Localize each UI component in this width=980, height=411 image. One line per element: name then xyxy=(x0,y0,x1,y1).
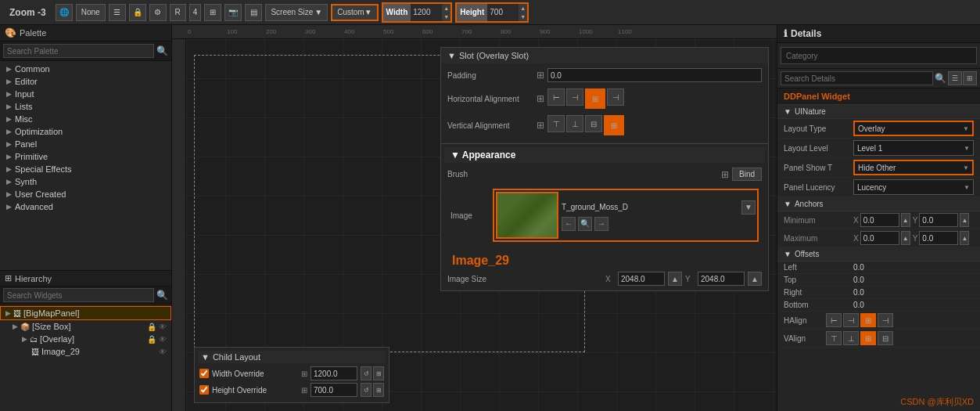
details-search-icon[interactable]: 🔍 xyxy=(935,73,946,84)
image29-eye-icon[interactable]: 👁 xyxy=(159,348,167,356)
custom-dropdown[interactable]: Custom ▼ xyxy=(331,4,378,21)
move-btn[interactable]: ☰ xyxy=(109,4,126,21)
palette-category-primitive[interactable]: ▶ Primitive xyxy=(0,150,171,163)
palette-search-icon[interactable]: 🔍 xyxy=(156,45,168,56)
image-size-y-input[interactable] xyxy=(698,272,745,286)
valign-fill-btn[interactable]: ⊞ xyxy=(860,331,876,345)
min-y-input[interactable] xyxy=(919,213,958,227)
v-align-reset-icon[interactable]: ⊞ xyxy=(537,120,544,131)
texture-dropdown-btn[interactable]: ▼ xyxy=(741,200,756,215)
offsets-section[interactable]: ▼ Offsets xyxy=(777,247,980,261)
v-align-bottom-btn[interactable]: ⊞ xyxy=(605,117,623,134)
panel-lucency-dropdown[interactable]: Lucency ▼ xyxy=(853,179,974,195)
min-x-input[interactable] xyxy=(860,213,899,227)
y-expand-btn[interactable]: ▲ xyxy=(748,272,762,286)
palette-category-lists[interactable]: ▶ Lists xyxy=(0,100,171,113)
halign-left-btn[interactable]: ⊢ xyxy=(826,313,842,327)
min-y-arr[interactable]: ▲ xyxy=(960,213,969,227)
hierarchy-search-input[interactable] xyxy=(3,288,154,302)
height-reset-btn[interactable]: ↺ xyxy=(361,383,372,397)
bind-btn[interactable]: Bind xyxy=(732,168,762,181)
x-expand-btn[interactable]: ▲ xyxy=(668,272,682,286)
details-search-input[interactable] xyxy=(781,71,933,85)
padding-reset-icon[interactable]: ⊞ xyxy=(537,70,544,81)
h-align-fill-btn[interactable]: ⊞ xyxy=(587,90,604,107)
lock-btn[interactable]: 🔒 xyxy=(129,4,146,21)
image-back-btn[interactable]: ← xyxy=(562,217,576,231)
palette-category-special-effects[interactable]: ▶ Special Effects xyxy=(0,163,171,175)
valign-top-btn[interactable]: ⊤ xyxy=(826,331,842,345)
h-align-reset-icon[interactable]: ⊞ xyxy=(537,93,544,104)
width-up-arrow[interactable]: ▲ xyxy=(442,4,451,13)
v-align-center-btn[interactable]: ⊥ xyxy=(566,115,583,132)
none-btn[interactable]: None xyxy=(76,4,106,21)
overlay-eye-icon[interactable]: 👁 xyxy=(159,335,167,344)
palette-category-advanced[interactable]: ▶ Advanced xyxy=(0,200,171,213)
halign-fill-btn[interactable]: ⊞ xyxy=(860,313,876,327)
hierarchy-search-icon[interactable]: 🔍 xyxy=(156,290,168,301)
palette-category-user-created[interactable]: ▶ User Created xyxy=(0,188,171,200)
height-override-input[interactable] xyxy=(311,383,357,397)
palette-category-misc[interactable]: ▶ Misc xyxy=(0,113,171,125)
palette-category-optimization[interactable]: ▶ Optimization xyxy=(0,125,171,138)
details-grid-view-btn[interactable]: ⊞ xyxy=(963,71,977,85)
details-list-view-btn[interactable]: ☰ xyxy=(948,71,962,85)
max-y-arr[interactable]: ▲ xyxy=(960,231,969,245)
v-align-fill-btn[interactable]: ⊟ xyxy=(585,115,602,132)
image-forward-btn[interactable]: → xyxy=(594,217,608,231)
halign-right-btn[interactable]: ⊣ xyxy=(878,313,893,327)
globe-icon-btn[interactable]: 🌐 xyxy=(56,4,73,21)
camera-btn[interactable]: 📷 xyxy=(224,4,242,21)
image-search-btn[interactable]: 🔍 xyxy=(578,217,592,231)
brush-reset-icon[interactable]: ⊞ xyxy=(721,169,729,180)
reset-btn[interactable]: R xyxy=(170,4,186,21)
screen-size-dropdown[interactable]: Screen Size ▼ xyxy=(265,4,328,21)
height-down-arrow[interactable]: ▼ xyxy=(519,13,527,21)
height-up-arrow[interactable]: ▲ xyxy=(519,4,527,13)
palette-category-synth[interactable]: ▶ Synth xyxy=(0,175,171,188)
padding-input[interactable] xyxy=(547,68,762,82)
height-expand-btn[interactable]: ⊞ xyxy=(373,383,384,397)
layout-type-dropdown[interactable]: Overlay ▼ xyxy=(853,121,974,136)
category-input[interactable] xyxy=(781,47,977,64)
palette-search-input[interactable] xyxy=(3,44,154,58)
width-override-input[interactable] xyxy=(311,366,357,380)
filter-btn[interactable]: ▤ xyxy=(245,4,262,21)
ui-nature-section[interactable]: ▼ UINature xyxy=(777,105,980,119)
halign-center-btn[interactable]: ⊣ xyxy=(843,313,859,327)
valign-center-btn[interactable]: ⊥ xyxy=(843,331,859,345)
valign-bottom-btn[interactable]: ⊟ xyxy=(878,331,893,345)
tree-item-bigmappanel[interactable]: ▶ 🖼 [BigMapPanel] xyxy=(0,306,171,320)
palette-category-editor[interactable]: ▶ Editor xyxy=(0,75,171,88)
tree-item-sizebox[interactable]: ▶ 📦 [Size Box] 🔒 👁 xyxy=(0,320,171,333)
settings-icon-btn[interactable]: ⚙ xyxy=(149,4,167,21)
h-align-right-btn[interactable]: ⊣ xyxy=(607,88,624,106)
tree-item-image29[interactable]: 🖼 Image_29 👁 xyxy=(0,345,171,358)
width-input[interactable] xyxy=(411,4,442,21)
height-override-checkbox[interactable] xyxy=(199,385,209,395)
h-align-center-btn[interactable]: ⊣ xyxy=(566,88,583,106)
width-expand-btn[interactable]: ⊞ xyxy=(373,366,384,380)
max-x-arr[interactable]: ▲ xyxy=(901,231,910,245)
anchors-section[interactable]: ▼ Anchors xyxy=(777,197,980,211)
max-y-input[interactable] xyxy=(919,231,958,245)
tree-item-overlay[interactable]: ▶ 🗂 [Overlay] 🔒 👁 xyxy=(0,333,171,345)
image-size-x-input[interactable] xyxy=(618,272,665,286)
max-x-input[interactable] xyxy=(860,231,899,245)
layout-level-dropdown[interactable]: Level 1 ▼ xyxy=(853,140,974,156)
v-align-top-btn[interactable]: ⊤ xyxy=(547,115,565,132)
width-reset-btn[interactable]: ↺ xyxy=(361,366,372,380)
lock-icon: 🔒 xyxy=(147,323,156,331)
min-x-arr[interactable]: ▲ xyxy=(901,213,910,227)
height-input[interactable] xyxy=(487,4,519,21)
palette-category-common[interactable]: ▶ Common xyxy=(0,63,171,75)
palette-category-panel[interactable]: ▶ Panel xyxy=(0,138,171,150)
layout-type-label: Layout Type xyxy=(784,124,850,133)
width-override-checkbox[interactable] xyxy=(199,369,209,378)
width-down-arrow[interactable]: ▼ xyxy=(442,13,451,21)
eye-icon[interactable]: 👁 xyxy=(159,323,167,331)
panel-show-dropdown[interactable]: Hide Other ▼ xyxy=(853,160,974,175)
h-align-left-btn[interactable]: ⊢ xyxy=(547,88,565,106)
palette-category-input[interactable]: ▶ Input xyxy=(0,88,171,100)
expand-btn[interactable]: ⊞ xyxy=(204,4,221,21)
